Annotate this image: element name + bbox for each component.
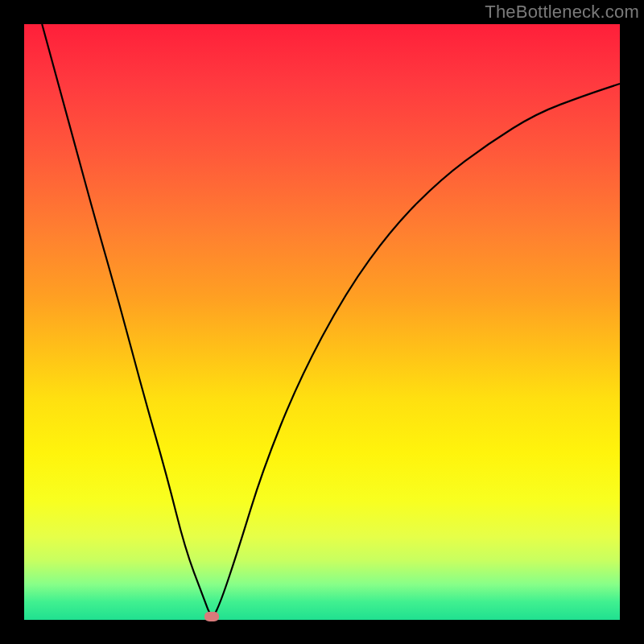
min-marker: [204, 612, 219, 621]
watermark-text: TheBottleneck.com: [485, 2, 639, 23]
plot-area: [24, 24, 620, 620]
chart-frame: TheBottleneck.com: [0, 0, 644, 644]
bottleneck-curve: [24, 24, 620, 620]
curve-path: [42, 24, 620, 615]
